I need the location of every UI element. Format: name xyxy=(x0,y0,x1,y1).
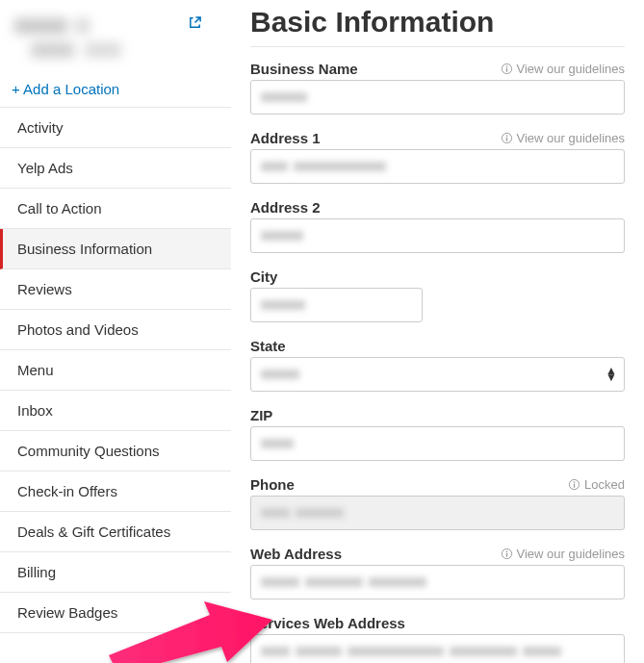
field-label: Address 1 xyxy=(250,130,321,146)
sidebar: Add a Location ActivityYelp AdsCall to A… xyxy=(0,0,231,663)
hint-text: View our guidelines xyxy=(517,131,626,145)
sidebar-item-label: Community Questions xyxy=(17,443,160,459)
field-label: Business Name xyxy=(250,61,358,77)
guidelines-link[interactable]: View our guidelines xyxy=(501,547,626,561)
sidebar-item-business-information[interactable]: Business Information xyxy=(0,229,231,269)
redacted-value xyxy=(261,370,299,379)
sidebar-item-photos-and-videos[interactable]: Photos and Videos xyxy=(0,310,231,350)
field-label: City xyxy=(250,268,277,285)
sidebar-item-check-in-offers[interactable]: Check-in Offers xyxy=(0,472,231,512)
phone-input xyxy=(250,496,625,530)
guidelines-link[interactable]: View our guidelines xyxy=(501,131,626,145)
sidebar-item-label: Check-in Offers xyxy=(17,483,117,499)
services_web-input[interactable] xyxy=(250,634,625,663)
sidebar-item-menu[interactable]: Menu xyxy=(0,350,231,391)
sidebar-item-deals-gift-certificates[interactable]: Deals & Gift Certificates xyxy=(0,512,231,552)
main-content: Basic Information Business NameView our … xyxy=(231,0,644,663)
hint-text: Locked xyxy=(584,477,625,492)
field-address2: Address 2 xyxy=(250,199,625,253)
field-phone: PhoneLocked xyxy=(250,476,625,530)
external-link-icon[interactable] xyxy=(188,15,202,34)
page-title: Basic Information xyxy=(250,6,625,47)
field-label: State xyxy=(250,338,286,354)
guidelines-link[interactable]: View our guidelines xyxy=(501,62,626,76)
sidebar-item-yelp-ads[interactable]: Yelp Ads xyxy=(0,148,231,189)
svg-rect-2 xyxy=(505,68,506,72)
redacted-value xyxy=(261,162,386,171)
business-logo xyxy=(10,13,135,64)
locked-indicator: Locked xyxy=(568,477,625,492)
sidebar-item-community-questions[interactable]: Community Questions xyxy=(0,431,231,472)
sidebar-item-inbox[interactable]: Inbox xyxy=(0,391,231,431)
field-zip: ZIP xyxy=(250,407,625,461)
svg-rect-8 xyxy=(574,484,575,488)
sidebar-item-label: Activity xyxy=(17,119,64,136)
sidebar-item-call-to-action[interactable]: Call to Action xyxy=(0,189,231,229)
sidebar-nav: ActivityYelp AdsCall to ActionBusiness I… xyxy=(0,107,231,633)
svg-point-4 xyxy=(505,135,507,137)
address1-input[interactable] xyxy=(250,149,625,184)
hint-text: View our guidelines xyxy=(517,62,626,76)
sidebar-item-label: Call to Action xyxy=(17,200,102,217)
redacted-value xyxy=(261,647,561,656)
redacted-value xyxy=(261,300,305,310)
redacted-value xyxy=(261,92,307,102)
hint-text: View our guidelines xyxy=(517,547,626,561)
business_name-input[interactable] xyxy=(250,80,625,115)
address2-input[interactable] xyxy=(250,218,625,253)
sidebar-item-label: Inbox xyxy=(17,402,53,419)
redacted-value xyxy=(261,231,303,241)
field-city: City xyxy=(250,268,625,322)
add-location-link[interactable]: Add a Location xyxy=(0,77,231,107)
redacted-value xyxy=(261,508,344,518)
field-label: Phone xyxy=(250,476,295,493)
field-business_name: Business NameView our guidelines xyxy=(250,61,625,115)
svg-point-1 xyxy=(505,65,507,67)
svg-rect-5 xyxy=(505,138,506,141)
zip-input[interactable] xyxy=(250,426,625,461)
redacted-value xyxy=(261,439,294,448)
svg-point-7 xyxy=(574,481,576,483)
svg-point-10 xyxy=(505,550,507,552)
state-select[interactable] xyxy=(250,357,625,392)
field-label: Web Address xyxy=(250,546,342,562)
sidebar-item-label: Photos and Videos xyxy=(17,321,139,338)
sidebar-item-label: Yelp Ads xyxy=(17,160,73,176)
city-input[interactable] xyxy=(250,288,423,322)
svg-rect-11 xyxy=(505,553,506,557)
field-label: Services Web Address xyxy=(250,615,405,631)
sidebar-item-reviews[interactable]: Reviews xyxy=(0,269,231,310)
redacted-value xyxy=(261,577,426,587)
sidebar-item-label: Reviews xyxy=(17,281,72,297)
add-location-label: Add a Location xyxy=(23,81,119,97)
sidebar-item-label: Menu xyxy=(17,362,54,378)
business-header xyxy=(0,8,231,77)
sidebar-item-label: Business Information xyxy=(17,241,152,257)
sidebar-item-label: Review Badges xyxy=(17,604,117,621)
sidebar-item-label: Deals & Gift Certificates xyxy=(17,523,170,540)
field-label: ZIP xyxy=(250,407,272,423)
web-input[interactable] xyxy=(250,565,625,599)
field-state: State▲▼ xyxy=(250,338,625,392)
sidebar-item-review-badges[interactable]: Review Badges xyxy=(0,593,231,633)
sidebar-item-billing[interactable]: Billing xyxy=(0,552,231,593)
field-web: Web AddressView our guidelines xyxy=(250,546,625,599)
field-label: Address 2 xyxy=(250,199,321,216)
sidebar-item-activity[interactable]: Activity xyxy=(0,108,231,148)
sidebar-item-label: Billing xyxy=(17,564,56,580)
field-services_web: Services Web Address xyxy=(250,615,625,663)
field-address1: Address 1View our guidelines xyxy=(250,130,625,184)
